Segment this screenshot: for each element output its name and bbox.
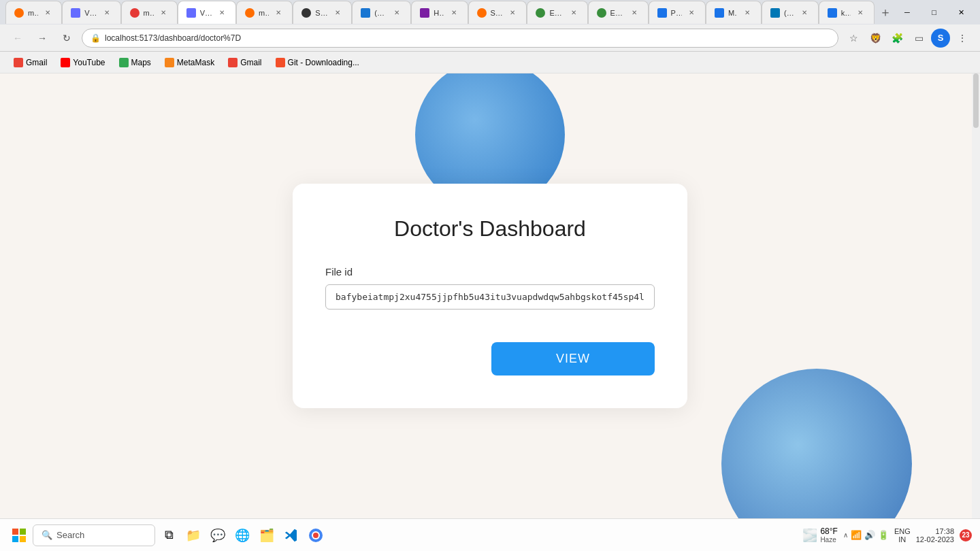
tab-14[interactable]: (22... ✕ [762,1,819,24]
tab-title-8: HA... [434,9,444,17]
tab-4-active[interactable]: Vite... ✕ [178,1,236,24]
metamask-favicon [165,58,174,67]
tab-close-11[interactable]: ✕ [629,7,640,18]
tab-close-13[interactable]: ✕ [742,7,753,18]
bookmark-gmail-2-label: Gmail [240,58,261,67]
edge-browser-icon[interactable]: 🌐 [231,524,253,546]
scrollbar-thumb[interactable] [973,73,979,128]
notification-badge[interactable]: 23 [960,529,972,541]
tab-12[interactable]: Per... ✕ [649,1,706,24]
tab-title-1: me... [28,9,38,17]
view-button[interactable]: VIEW [491,342,655,375]
address-bar[interactable]: 🔒 localhost:5173/dashboard/doctor%7D [82,29,838,48]
maps-favicon [119,58,129,67]
bookmark-maps-label: Maps [131,58,151,67]
task-view-button[interactable]: ⧉ [158,524,180,546]
bookmark-git[interactable]: Git - Downloading... [270,56,365,69]
toolbar-actions: ☆ 🦁 🧩 ▭ S ⋮ [844,29,972,48]
gmail-favicon-2 [228,58,238,67]
gmail-favicon-1 [14,58,23,67]
weather-widget[interactable]: 🌫️ 68°F Haze [802,527,837,544]
menu-button[interactable]: ⋮ [953,29,972,48]
tab-close-8[interactable]: ✕ [448,7,459,18]
tab-favicon-9 [477,8,487,18]
scrollbar-track[interactable] [972,73,980,518]
tab-close-6[interactable]: ✕ [332,7,343,18]
tab-close-15[interactable]: ✕ [855,7,866,18]
youtube-favicon [61,58,70,67]
browser-frame: me... ✕ Vite... ✕ me... ✕ Vite... ✕ me..… [0,0,980,551]
tab-10[interactable]: EAS... ✕ [527,1,587,24]
vscode-icon[interactable] [280,524,302,546]
tab-6[interactable]: Shu... ✕ [293,1,352,24]
braveify-button[interactable]: 🦁 [866,29,885,48]
tab-close-2[interactable]: ✕ [101,7,112,18]
tab-1[interactable]: me... ✕ [5,1,62,24]
chat-icon[interactable]: 💬 [207,524,229,546]
tab-favicon-2 [71,8,80,18]
tab-favicon-3 [130,8,140,18]
search-label: Search [56,530,84,540]
page-content: Doctor's Dashboard File id VIEW [0,73,980,518]
up-arrow-icon[interactable]: ∧ [843,531,848,539]
tab-13[interactable]: My... ✕ [706,1,762,24]
tab-close-14[interactable]: ✕ [799,7,810,18]
bookmark-metamask[interactable]: MetaMask [159,56,220,69]
tab-9[interactable]: Sire... ✕ [468,1,527,24]
svg-rect-3 [20,536,26,542]
tab-favicon-1 [14,8,24,18]
file-explorer-icon[interactable]: 📁 [182,524,204,546]
volume-icon[interactable]: 🔊 [864,530,875,540]
back-button[interactable]: ← [8,29,27,48]
tab-close-1[interactable]: ✕ [42,7,53,18]
tab-15[interactable]: kvt... ✕ [819,1,875,24]
tab-2[interactable]: Vite... ✕ [62,1,120,24]
sidebar-toggle-button[interactable]: ▭ [909,29,928,48]
chrome-icon[interactable] [305,524,327,546]
battery-icon[interactable]: 🔋 [878,530,889,540]
bookmark-star-button[interactable]: ☆ [844,29,863,48]
vscode-logo-icon [284,529,298,542]
reload-button[interactable]: ↻ [57,29,76,48]
bookmark-youtube[interactable]: YouTube [55,56,110,69]
profile-button[interactable]: S [931,29,950,48]
maximize-button[interactable]: □ [921,1,948,23]
taskbar-right: 🌫️ 68°F Haze ∧ 📶 🔊 🔋 ENG IN 17:38 [802,527,972,544]
tab-close-5[interactable]: ✕ [273,7,284,18]
tab-close-4[interactable]: ✕ [216,7,227,18]
tab-close-10[interactable]: ✕ [568,7,579,18]
tab-close-9[interactable]: ✕ [507,7,518,18]
close-button[interactable]: ✕ [947,1,975,23]
bookmark-gmail-2[interactable]: Gmail [223,56,267,69]
extension-puzzle-button[interactable]: 🧩 [887,29,906,48]
chrome-logo-icon [309,529,323,542]
minimize-button[interactable]: ─ [894,1,921,23]
start-button[interactable] [8,524,30,546]
bookmark-gmail-1-label: Gmail [26,58,47,67]
new-tab-button[interactable]: ＋ [877,3,894,22]
svg-rect-0 [12,529,18,535]
bookmark-maps[interactable]: Maps [114,56,157,69]
taskbar-clock[interactable]: 17:38 12-02-2023 [916,527,954,544]
dashboard-card: Doctor's Dashboard File id VIEW [293,184,687,408]
language-indicator[interactable]: ENG IN [894,527,911,544]
file-id-field-group: File id [325,266,655,310]
tab-close-7[interactable]: ✕ [391,7,402,18]
tab-7[interactable]: (12)... ✕ [352,1,411,24]
forward-button[interactable]: → [33,29,52,48]
folder-icon-2[interactable]: 🗂️ [256,524,278,546]
network-icon[interactable]: 📶 [851,530,862,540]
tab-title-13: My... [728,9,738,17]
time-text: 17:38 [935,527,954,535]
taskbar-search[interactable]: 🔍 Search [33,524,155,546]
tab-5[interactable]: me... ✕ [236,1,293,24]
tab-favicon-11 [597,8,606,18]
tab-8[interactable]: HA... ✕ [411,1,468,24]
tab-3[interactable]: me... ✕ [121,1,178,24]
bookmark-gmail-1[interactable]: Gmail [8,56,52,69]
tab-11[interactable]: EAS... ✕ [588,1,649,24]
file-id-input[interactable] [325,284,655,310]
tab-close-3[interactable]: ✕ [158,7,169,18]
tab-close-12[interactable]: ✕ [686,7,697,18]
language-text: ENG [894,527,911,535]
